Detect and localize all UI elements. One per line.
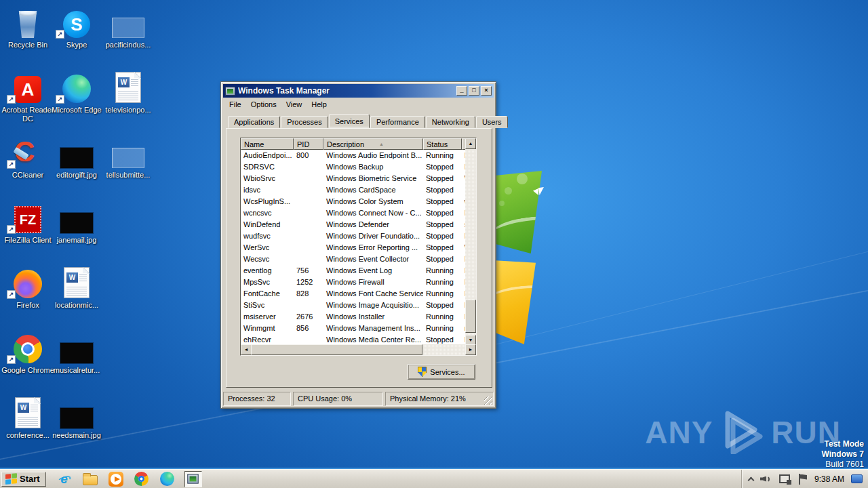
table-cell: [294, 196, 323, 207]
network-icon[interactable]: [779, 474, 791, 485]
menu-item-file[interactable]: File: [224, 99, 246, 110]
display-icon[interactable]: [851, 474, 863, 483]
table-cell: Stopped: [423, 173, 462, 184]
menu-item-options[interactable]: Options: [246, 99, 281, 110]
table-row[interactable]: idsvcWindows CardSpaceStopped: [241, 184, 466, 196]
anyrun-watermark: ANY RUN: [645, 411, 841, 454]
minimize-button[interactable]: _: [456, 86, 467, 96]
table-row[interactable]: MpsSvc1252Windows FirewallRunningLo: [241, 277, 466, 288]
desktop-icon[interactable]: ↗Microsoft Edge: [50, 69, 103, 115]
desktop-icon[interactable]: editorgift.jpg: [50, 134, 103, 180]
desktop-icon[interactable]: janemail.jpg: [50, 199, 103, 245]
desktop-icon[interactable]: A↗Acrobat Reader DC: [1, 69, 54, 123]
table-row[interactable]: WbioSrvcWindows Biometric ServiceStopped…: [241, 173, 466, 184]
volume-icon[interactable]: [760, 474, 772, 485]
anyrun-brand-left: ANY: [645, 414, 713, 451]
windows-explorer-icon: [83, 475, 98, 485]
desktop-icon[interactable]: ↗Firefox: [1, 264, 54, 310]
start-button[interactable]: Start: [1, 472, 46, 487]
scroll-left-icon[interactable]: ◄: [241, 344, 252, 355]
table-row[interactable]: AudioEndpoi...800Windows Audio Endpoint …: [241, 150, 466, 161]
resize-grip[interactable]: [484, 396, 492, 405]
shortcut-arrow-icon: ↗: [7, 160, 16, 169]
desktop-icon[interactable]: tellsubmitte...: [102, 134, 155, 180]
desktop-icon[interactable]: Wlocationmic...: [50, 264, 103, 310]
table-cell: [294, 207, 323, 219]
table-row[interactable]: eventlog756Windows Event LogRunningLo: [241, 265, 466, 277]
desktop-icon[interactable]: FZ↗FileZilla Client: [1, 199, 54, 245]
desktop-icon[interactable]: pacificindus...: [102, 4, 155, 49]
desktop-icon[interactable]: Wconference...: [1, 394, 54, 440]
services-list[interactable]: Name PID Description ▲ Status Group Audi…: [240, 138, 477, 356]
table-row[interactable]: wcncsvcWindows Connect Now - C...Stopped…: [241, 207, 466, 219]
taskbar-button-chrome[interactable]: [133, 471, 151, 487]
desktop-icon[interactable]: musicalretur...: [50, 329, 103, 375]
uac-shield-icon: [418, 367, 427, 377]
desktop-icon[interactable]: ↗Google Chrome: [1, 329, 54, 375]
table-row[interactable]: WcsPlugInS...Windows Color SystemStopped…: [241, 196, 466, 207]
tab-applications[interactable]: Applications: [228, 116, 280, 128]
desktop-icon[interactable]: needsmain.jpg: [50, 394, 103, 440]
table-cell: Windows Event Collector: [323, 253, 423, 265]
column-header-pid[interactable]: PID: [294, 138, 323, 150]
table-row[interactable]: msiserver2676Windows InstallerRunningN,: [241, 311, 466, 323]
broken-file-icon: [112, 148, 144, 168]
column-header-name[interactable]: Name: [241, 138, 294, 150]
desktop-icon[interactable]: Wtelevisionpo...: [102, 69, 155, 115]
maximize-button[interactable]: □: [469, 86, 479, 96]
scroll-right-icon[interactable]: ►: [465, 344, 476, 355]
table-cell: Running: [423, 323, 462, 334]
table-row[interactable]: Winmgmt856Windows Management Ins...Runni…: [241, 323, 466, 334]
desktop-icon[interactable]: S↗Skype: [50, 4, 103, 49]
shortcut-arrow-icon: ↗: [7, 355, 16, 364]
desktop-icon[interactable]: C↗CCleaner: [1, 134, 54, 180]
tab-networking[interactable]: Networking: [426, 116, 475, 128]
table-row[interactable]: StiSvcWindows Image Acquisitio...Stopped…: [241, 300, 466, 311]
table-cell: Stopped: [423, 300, 462, 311]
taskbar-button-internet-explorer[interactable]: e: [56, 471, 73, 487]
table-row[interactable]: wudfsvcWindows Driver Foundatio...Stoppe…: [241, 230, 466, 242]
jpg-thumbnail-icon: [60, 213, 93, 233]
test-mode-line: Test Mode: [821, 439, 864, 449]
desktop-icon[interactable]: Recycle Bin: [1, 4, 54, 49]
scroll-up-icon[interactable]: ▲: [465, 138, 476, 149]
table-cell: [294, 242, 323, 253]
taskbar-button-edge[interactable]: [159, 471, 176, 487]
horizontal-scroll-thumb[interactable]: [251, 344, 422, 355]
menu-item-help[interactable]: Help: [307, 99, 332, 110]
title-bar[interactable]: Windows Task Manager _ □ ×: [223, 84, 494, 98]
vertical-scroll-thumb[interactable]: [465, 300, 476, 333]
action-center-flag-icon[interactable]: [798, 474, 808, 485]
tab-services[interactable]: Services: [329, 114, 370, 128]
tab-performance[interactable]: Performance: [370, 116, 425, 128]
desktop-icon-label: janemail.jpg: [50, 236, 103, 245]
table-cell: Windows Image Acquisitio...: [323, 300, 423, 311]
menu-item-view[interactable]: View: [281, 99, 307, 110]
taskbar-button-task-manager[interactable]: [184, 471, 202, 487]
tray-clock[interactable]: 9:38 AM: [814, 474, 844, 484]
table-cell: Windows Connect Now - C...: [323, 207, 423, 219]
table-cell: Windows Management Ins...: [323, 323, 423, 334]
filezilla-icon: FZ: [14, 206, 41, 233]
show-hidden-icons-icon[interactable]: [748, 476, 755, 483]
table-row[interactable]: WecsvcWindows Event CollectorStoppedN: [241, 253, 466, 265]
taskbar-button-windows-explorer[interactable]: [81, 471, 99, 487]
tab-processes[interactable]: Processes: [281, 116, 328, 128]
table-cell: Stopped: [423, 230, 462, 242]
tab-users[interactable]: Users: [476, 116, 508, 128]
taskbar-button-windows-media-player[interactable]: [107, 471, 125, 487]
table-row[interactable]: FontCache828Windows Font Cache ServiceRu…: [241, 288, 466, 300]
close-button[interactable]: ×: [481, 86, 492, 96]
menu-bar: FileOptionsViewHelp: [223, 98, 494, 110]
chrome-taskbar-icon: [134, 472, 149, 486]
vertical-scrollbar[interactable]: ▲ ▼: [465, 138, 476, 346]
column-header-status[interactable]: Status: [423, 138, 462, 150]
table-row[interactable]: WerSvcWindows Error Reporting ...Stopped…: [241, 242, 466, 253]
services-button[interactable]: Services...: [408, 364, 475, 380]
table-row[interactable]: SDRSVCWindows BackupStoppedN,: [241, 161, 466, 173]
table-cell: WinDefend: [241, 219, 294, 230]
table-cell: Wecsvc: [241, 253, 294, 265]
column-header-description[interactable]: Description ▲: [323, 138, 423, 150]
horizontal-scrollbar[interactable]: ◄ ►: [241, 344, 476, 355]
table-row[interactable]: WinDefendWindows DefenderStoppedse: [241, 219, 466, 230]
